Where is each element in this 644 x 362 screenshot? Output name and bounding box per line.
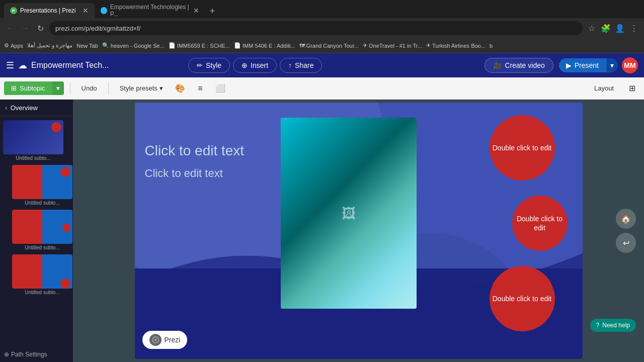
slide-text-line2[interactable]: Click to edit text: [145, 167, 245, 180]
circle-button-1[interactable]: Double click to edit: [490, 115, 555, 180]
sidebar-header: ‹ Overview: [0, 100, 73, 116]
circle-button-2[interactable]: Double click to edit: [512, 196, 568, 251]
slide-image[interactable]: 🖼: [281, 118, 417, 309]
tab-emp-close[interactable]: ✕: [193, 7, 199, 15]
present-icon: ▶: [566, 61, 572, 69]
slide-thumb-2: [12, 210, 72, 244]
user-avatar[interactable]: MM: [622, 57, 638, 73]
slide-thumb-1: [12, 165, 72, 199]
slide-label-3: Untitled subto...: [12, 290, 72, 295]
tab-bar: P Presentations | Prezi ✕ Empowerment Te…: [0, 0, 644, 18]
style-icon: ✏: [197, 61, 203, 69]
layout-icon[interactable]: ⊞: [624, 80, 640, 97]
back-nav-button[interactable]: ↩: [616, 233, 636, 253]
image-placeholder-icon: 🖼: [342, 205, 356, 222]
extensions-icon[interactable]: 🧩: [600, 22, 612, 34]
layout-button[interactable]: Layout: [588, 82, 620, 94]
tab-prezi-close[interactable]: ✕: [83, 7, 89, 15]
svg-point-1: [154, 339, 156, 341]
prezi-favicon: P: [10, 7, 17, 14]
path-settings-area: ⊕ Path Settings: [0, 347, 73, 362]
slide-item-overview[interactable]: Untitled subto...: [3, 120, 70, 161]
undo-button[interactable]: Undo: [76, 82, 102, 94]
thumb-circle-1: [51, 122, 61, 132]
forward-button[interactable]: →: [19, 22, 31, 34]
present-button[interactable]: ▶ Present: [559, 58, 606, 72]
bookmark-arabic[interactable]: مهاجرة و تحميل أهلا: [27, 42, 72, 49]
edit-toolbar: ⊞ Subtopic ▾ Undo Style presets ▾ 🎨 ≡ ⬜ …: [0, 77, 644, 100]
reload-button[interactable]: ↻: [34, 22, 46, 34]
bookmark-imm2[interactable]: 📄 IMM 5406 E : Additi...: [234, 42, 295, 49]
bookmark-apps[interactable]: ⚙ Apps: [4, 42, 23, 49]
bookmark-icon[interactable]: ☆: [586, 22, 598, 34]
frame-button[interactable]: ⬜: [212, 80, 228, 97]
profile-icon[interactable]: 👤: [614, 22, 626, 34]
toolbar-center: ✏ Style ⊕ Insert ↑ Share: [187, 58, 324, 73]
color-picker-button[interactable]: 🎨: [172, 80, 188, 97]
cloud-icon: ☁: [18, 60, 27, 71]
bookmark-turkish[interactable]: ✈ Turkish Airlines Boo...: [426, 42, 486, 49]
address-text: prezi.com/p/edit/xgmitattzd×f/: [55, 25, 140, 32]
subtopic-icon: ⊞: [11, 84, 17, 92]
slide-text-line1[interactable]: Click to edit text: [145, 143, 245, 159]
need-help-icon: ?: [596, 322, 600, 329]
back-button[interactable]: ←: [4, 22, 16, 34]
slide-label-1: Untitled subto...: [12, 200, 72, 206]
bookmark-imm1[interactable]: 📄 IMM5659 E : SCHE...: [169, 42, 230, 49]
insert-icon: ⊕: [242, 61, 248, 69]
slide-item-1[interactable]: 1 Untitled subto...: [3, 165, 70, 206]
menu-icon[interactable]: ⋮: [628, 22, 640, 34]
style-presets-button[interactable]: Style presets ▾: [115, 82, 168, 94]
slide-label-2: Untitled subto...: [12, 245, 72, 250]
new-tab-button[interactable]: +: [205, 4, 219, 18]
thumb-circle-s2: [62, 224, 70, 232]
sidebar-back-button[interactable]: ‹: [5, 104, 8, 112]
canvas-area: Click to edit text Click to edit text 🖼 …: [73, 100, 644, 362]
home-nav-button[interactable]: 🏠: [616, 209, 636, 229]
right-nav: 🏠 ↩: [616, 209, 636, 253]
address-bar[interactable]: prezi.com/p/edit/xgmitattzd×f/: [49, 21, 583, 35]
nav-bar: ← → ↻ prezi.com/p/edit/xgmitattzd×f/ ☆ 🧩…: [0, 18, 644, 38]
presentation-title[interactable]: Empowerment Tech...: [31, 61, 183, 70]
toolbar-divider-1: [70, 82, 70, 95]
image-inner: 🖼: [281, 118, 417, 309]
circle-button-3[interactable]: Double click to edit: [490, 266, 555, 331]
bookmark-onetravel[interactable]: ✈ OneTravel - #1 in Tr...: [363, 42, 422, 49]
tab-prezi[interactable]: P Presentations | Prezi ✕: [4, 3, 95, 18]
nav-icons: ☆ 🧩 👤 ⋮: [586, 22, 640, 34]
present-dropdown[interactable]: ▾: [606, 58, 618, 72]
share-button[interactable]: ↑ Share: [280, 58, 322, 73]
bookmark-heaven[interactable]: 🔍 heaven - Google Se...: [102, 42, 165, 49]
sidebar: ‹ Overview Untitled subto... 1 Untitled …: [0, 100, 73, 362]
slide-canvas[interactable]: Click to edit text Click to edit text 🖼 …: [135, 103, 583, 359]
app-toolbar: ☰ ☁ Empowerment Tech... ✏ Style ⊕ Insert…: [0, 53, 644, 77]
style-button[interactable]: ✏ Style: [188, 58, 230, 73]
hamburger-icon[interactable]: ☰: [6, 60, 14, 71]
slide-item-2[interactable]: 2 Untitled subto...: [3, 210, 70, 250]
bookmark-newtab[interactable]: New Tab: [76, 43, 98, 49]
bookmark-canyon[interactable]: 🗺 Grand Canyon Tour...: [299, 43, 359, 49]
prezi-logo: [149, 334, 162, 346]
insert-button[interactable]: ⊕ Insert: [233, 58, 277, 73]
prezi-label: Prezi: [165, 336, 181, 344]
main-layout: ‹ Overview Untitled subto... 1 Untitled …: [0, 100, 644, 362]
thumb-circle-s3: [60, 279, 70, 289]
video-icon: 🎥: [493, 61, 502, 69]
bookmark-b[interactable]: b: [490, 43, 493, 49]
tab-emp-label: Empowerment Technologies | P...: [110, 4, 190, 18]
sidebar-overview-label: Overview: [11, 104, 38, 112]
tab-emp[interactable]: Empowerment Technologies | P... ✕: [95, 3, 205, 18]
path-settings-button[interactable]: ⊕ Path Settings: [4, 351, 69, 358]
create-video-button[interactable]: 🎥 Create video: [485, 58, 553, 73]
slide-label-overview: Untitled subto...: [3, 155, 63, 161]
need-help-button[interactable]: ? Need help: [590, 319, 636, 332]
prezi-watermark: Prezi: [142, 331, 188, 349]
share-icon: ↑: [288, 61, 292, 69]
path-settings-icon: ⊕: [4, 351, 9, 358]
subtopic-dropdown-button[interactable]: ▾: [52, 81, 64, 95]
slide-item-3[interactable]: 3 Untitled subto...: [3, 254, 70, 295]
slide-text-area[interactable]: Click to edit text Click to edit text: [145, 143, 245, 180]
align-button[interactable]: ≡: [192, 80, 208, 97]
slide-list: Untitled subto... 1 Untitled subto... 2 …: [0, 116, 73, 299]
subtopic-button[interactable]: ⊞ Subtopic: [4, 81, 52, 95]
